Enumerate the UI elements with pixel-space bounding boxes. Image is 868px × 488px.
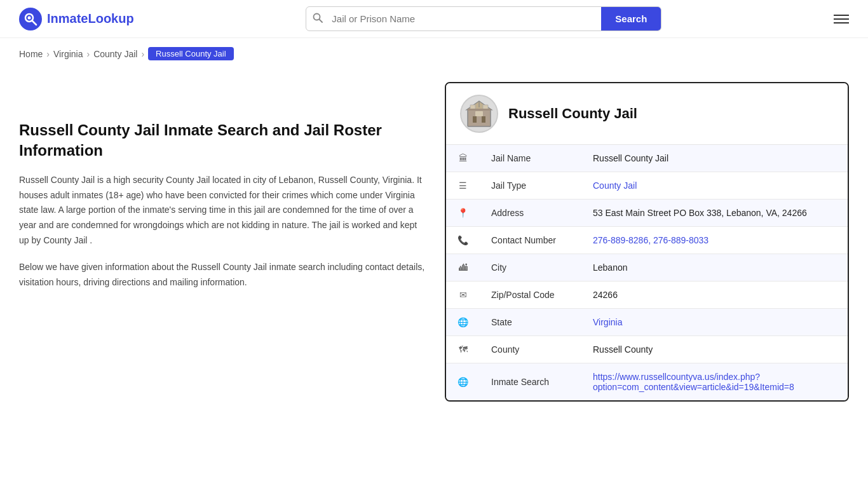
- row-label: Contact Number: [480, 227, 581, 254]
- row-value: Russell County: [581, 336, 848, 363]
- card-title: Russell County Jail: [508, 105, 637, 122]
- row-link[interactable]: https://www.russellcountyva.us/index.php…: [593, 372, 794, 392]
- page-heading: Russell County Jail Inmate Search and Ja…: [19, 120, 426, 161]
- logo-text: InmateLookup: [47, 11, 134, 26]
- svg-rect-6: [473, 116, 477, 123]
- description-paragraph-2: Below we have given information about th…: [19, 260, 426, 290]
- table-row: 📍Address53 East Main Street PO Box 338, …: [446, 200, 848, 227]
- row-label: Jail Type: [480, 172, 581, 200]
- row-icon: ✉: [446, 281, 480, 309]
- breadcrumb-virginia[interactable]: Virginia: [53, 49, 83, 59]
- row-value: 53 East Main Street PO Box 338, Lebanon,…: [581, 200, 848, 227]
- logo-icon: [19, 8, 42, 30]
- table-row: 🌐Inmate Searchhttps://www.russellcountyv…: [446, 363, 848, 401]
- row-value[interactable]: 276-889-8286, 276-889-8033: [581, 227, 848, 254]
- svg-line-4: [320, 19, 323, 22]
- header: InmateLookup Search: [0, 0, 868, 38]
- row-icon: ☰: [446, 172, 480, 200]
- table-row: ☰Jail TypeCounty Jail: [446, 172, 848, 200]
- svg-line-2: [32, 21, 36, 25]
- svg-rect-8: [475, 111, 483, 116]
- breadcrumb: Home › Virginia › County Jail › Russell …: [0, 38, 868, 69]
- row-link[interactable]: 276-889-8286, 276-889-8033: [593, 235, 709, 245]
- table-row: ✉Zip/Postal Code24266: [446, 281, 848, 309]
- breadcrumb-active: Russell County Jail: [148, 47, 234, 60]
- row-label: Address: [480, 200, 581, 227]
- row-label: Zip/Postal Code: [480, 281, 581, 309]
- jail-avatar: [460, 95, 498, 133]
- main-content: Russell County Jail Inmate Search and Ja…: [0, 69, 868, 427]
- row-icon: 📞: [446, 227, 480, 254]
- row-value[interactable]: https://www.russellcountyva.us/index.php…: [581, 363, 848, 401]
- row-value[interactable]: Virginia: [581, 309, 848, 336]
- row-icon: 🗺: [446, 336, 480, 363]
- breadcrumb-sep-1: ›: [46, 49, 50, 59]
- row-label: City: [480, 254, 581, 281]
- card-header: Russell County Jail: [446, 83, 848, 145]
- row-value: 24266: [581, 281, 848, 309]
- table-row: 🏙CityLebanon: [446, 254, 848, 281]
- table-row: 🏛Jail NameRussell County Jail: [446, 145, 848, 172]
- info-table: 🏛Jail NameRussell County Jail☰Jail TypeC…: [446, 145, 848, 400]
- row-icon: 🌐: [446, 309, 480, 336]
- table-row: 🌐StateVirginia: [446, 309, 848, 336]
- row-icon: 📍: [446, 200, 480, 227]
- table-row: 🗺CountyRussell County: [446, 336, 848, 363]
- svg-rect-13: [468, 109, 491, 111]
- row-icon: 🌐: [446, 363, 480, 401]
- breadcrumb-home[interactable]: Home: [19, 49, 43, 59]
- row-value: Russell County Jail: [581, 145, 848, 172]
- description-paragraph-1: Russell County Jail is a high security C…: [19, 173, 426, 248]
- row-icon: 🏙: [446, 254, 480, 281]
- row-label: County: [480, 336, 581, 363]
- breadcrumb-sep-2: ›: [86, 49, 90, 59]
- row-label: Jail Name: [480, 145, 581, 172]
- row-value[interactable]: County Jail: [581, 172, 848, 200]
- search-bar: Search: [306, 6, 661, 31]
- svg-rect-7: [482, 116, 485, 123]
- row-icon: 🏛: [446, 145, 480, 172]
- row-label: State: [480, 309, 581, 336]
- table-row: 📞Contact Number276-889-8286, 276-889-803…: [446, 227, 848, 254]
- search-icon: [306, 13, 329, 25]
- hamburger-menu[interactable]: [834, 15, 849, 24]
- logo-link[interactable]: InmateLookup: [19, 8, 134, 30]
- left-panel: Russell County Jail Inmate Search and Ja…: [19, 82, 426, 402]
- row-label: Inmate Search: [480, 363, 581, 401]
- search-button[interactable]: Search: [601, 7, 661, 30]
- breadcrumb-county-jail[interactable]: County Jail: [93, 49, 137, 59]
- row-link[interactable]: Virginia: [593, 317, 622, 327]
- search-input[interactable]: [329, 7, 601, 30]
- svg-point-1: [28, 16, 31, 19]
- breadcrumb-sep-3: ›: [141, 49, 144, 59]
- row-link[interactable]: County Jail: [593, 180, 637, 191]
- info-card: Russell County Jail 🏛Jail NameRussell Co…: [445, 82, 849, 402]
- row-value: Lebanon: [581, 254, 848, 281]
